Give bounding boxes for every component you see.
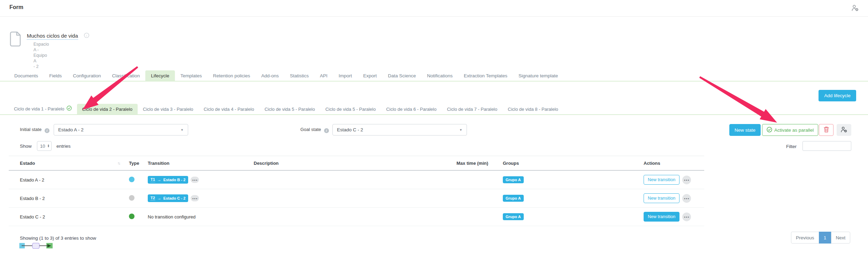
tab-documents[interactable]: Documents	[9, 70, 44, 81]
no-transition-text: No transition configured	[148, 214, 195, 219]
tab-classification[interactable]: Classification	[107, 70, 146, 81]
tab-lifecycle[interactable]: Lifecycle	[145, 70, 175, 81]
tab-notifications[interactable]: Notifications	[421, 70, 458, 81]
svg-text:i: i	[86, 34, 87, 37]
arrow-right-icon: →	[157, 177, 161, 182]
check-circle-icon	[767, 127, 772, 133]
type-indicator	[129, 214, 135, 219]
goal-state-select[interactable]: Estado C - 2 ▼	[332, 124, 467, 136]
lifecycle-tab-5[interactable]: Ciclo de vida 5 - Paralelo	[259, 104, 320, 114]
tab-retention-policies[interactable]: Retention policies	[207, 70, 256, 81]
lifecycle-permissions-button[interactable]	[837, 124, 851, 136]
tab-extraction-templates[interactable]: Extraction Templates	[458, 70, 513, 81]
tab-configuration[interactable]: Configuration	[67, 70, 106, 81]
lifecycle-tab-6[interactable]: Ciclo de vida 5 - Paralelo	[320, 104, 381, 114]
transition-more-button[interactable]: ●●●	[191, 177, 199, 183]
arrow-right-icon: →	[157, 196, 161, 201]
col-groups: Groups	[503, 161, 644, 166]
document-icon	[9, 31, 21, 48]
chevron-down-icon: ▼	[180, 128, 184, 132]
tab-export[interactable]: Export	[358, 70, 382, 81]
lifecycle-tab-1-label: Ciclo de vida 1 - Paralelo	[14, 106, 64, 111]
initial-state-value: Estado A - 2	[58, 127, 84, 132]
lifecycle-tab-4[interactable]: Ciclo de vida 4 - Paralelo	[199, 104, 260, 114]
filter-input[interactable]	[802, 141, 851, 151]
col-estado: Estado	[20, 161, 35, 166]
initial-state-label: Initial state i	[20, 127, 49, 133]
states-table: Estado ↑↓ Type Transition Description Ma…	[9, 156, 704, 226]
chevron-down-icon: ▼	[459, 128, 462, 132]
sort-icon[interactable]: ↑↓	[117, 161, 120, 165]
goal-state-label: Goal state i	[300, 127, 329, 133]
new-transition-button[interactable]: New transition	[644, 212, 679, 222]
page-title: Form	[9, 4, 23, 10]
filter-label: Filter	[786, 144, 797, 149]
diagram-middle-state-node	[32, 243, 39, 249]
form-info-icon: i	[84, 33, 89, 39]
stepper-icon: ▲▼	[47, 144, 49, 148]
activate-as-parallel-label: Activate as parallel	[774, 128, 814, 133]
page-1-button[interactable]: 1	[819, 232, 831, 244]
page-size-select[interactable]: 10 ▲▼	[37, 141, 52, 151]
group-badge: Grupo A	[503, 213, 524, 220]
row-more-button[interactable]: ●●●	[682, 176, 691, 184]
col-type: Type	[129, 161, 148, 166]
pagination: Previous 1 Next	[791, 232, 850, 244]
lifecycle-tab-1[interactable]: Ciclo de vida 1 - Paralelo	[9, 103, 77, 114]
row-more-button[interactable]: ●●●	[682, 213, 691, 221]
lifecycle-tab-3[interactable]: Ciclo de vida 3 - Paralelo	[138, 104, 199, 114]
transition-badge[interactable]: T1 → Estado B - 2	[148, 176, 188, 184]
previous-page-button[interactable]: Previous	[791, 232, 819, 244]
tab-import[interactable]: Import	[333, 70, 358, 81]
tab-fields[interactable]: Fields	[44, 70, 67, 81]
new-transition-button[interactable]: New transition	[644, 175, 679, 185]
tab-templates[interactable]: Templates	[175, 70, 208, 81]
form-lifecycle-page: Form Muchos ciclos de vida	[0, 0, 868, 270]
delete-lifecycle-button[interactable]	[819, 124, 834, 136]
next-page-button[interactable]: Next	[831, 232, 851, 244]
lifecycle-tab-9[interactable]: Ciclo de vida 8 - Paralelo	[502, 104, 563, 114]
transition-badge[interactable]: T2 → Estado C - 2	[148, 194, 188, 202]
form-space-team-text: Espacio A - Equipo A - 2	[33, 41, 49, 69]
new-transition-button[interactable]: New transition	[644, 193, 679, 203]
estado-cell: Estado B - 2	[20, 196, 129, 201]
table-header-row: Estado ↑↓ Type Transition Description Ma…	[9, 156, 704, 171]
table-row: Estado A - 2 T1 → Estado B - 2 ●●● Grupo…	[9, 171, 704, 189]
transition-more-button[interactable]: ●●●	[191, 195, 199, 201]
lifecycle-tab-8[interactable]: Ciclo de vida 7 - Paralelo	[442, 104, 503, 114]
transition-code: T1	[151, 177, 155, 182]
user-settings-icon	[840, 126, 847, 134]
add-lifecycle-button[interactable]: Add lifecycle	[819, 90, 856, 101]
tab-api[interactable]: API	[314, 70, 333, 81]
col-actions: Actions	[644, 161, 704, 166]
form-name-link[interactable]: Muchos ciclos de vida	[27, 33, 78, 40]
initial-state-select[interactable]: Estado A - 2 ▼	[54, 124, 188, 136]
row-more-button[interactable]: ●●●	[682, 194, 691, 203]
user-settings-icon[interactable]	[851, 4, 859, 12]
trash-icon	[824, 126, 829, 133]
estado-cell: Estado A - 2	[20, 177, 129, 183]
goal-state-value: Estado C - 2	[337, 127, 363, 132]
lifecycle-tab-bar: Ciclo de vida 1 - Paralelo Ciclo de vida…	[0, 103, 868, 115]
main-tab-bar: Documents Fields Configuration Classific…	[0, 70, 868, 82]
lifecycle-mini-diagram	[19, 243, 54, 250]
annotation-arrow-activate-parallel	[699, 76, 777, 123]
transition-code: T2	[151, 196, 155, 201]
col-max-time: Max time (min)	[456, 161, 503, 166]
type-indicator	[129, 177, 135, 182]
tab-statistics[interactable]: Statistics	[284, 70, 314, 81]
estado-cell: Estado C - 2	[20, 214, 129, 219]
tab-signature-template[interactable]: Signature template	[513, 70, 563, 81]
info-icon: i	[324, 128, 329, 133]
new-state-button[interactable]: New state	[729, 124, 761, 136]
lifecycle-tab-7[interactable]: Ciclo de vida 6 - Paralelo	[381, 104, 442, 114]
activate-as-parallel-button[interactable]: Activate as parallel	[762, 124, 818, 136]
col-transition: Transition	[148, 161, 254, 166]
page-size-value: 10	[40, 144, 45, 149]
tab-add-ons[interactable]: Add-ons	[256, 70, 284, 81]
tab-data-science[interactable]: Data Science	[382, 70, 421, 81]
lifecycle-tab-2[interactable]: Ciclo de vida 2 - Paralelo	[77, 104, 138, 114]
table-row: Estado C - 2 No transition configured Gr…	[9, 208, 704, 226]
transition-target: Estado B - 2	[163, 178, 186, 182]
type-indicator	[129, 195, 135, 201]
